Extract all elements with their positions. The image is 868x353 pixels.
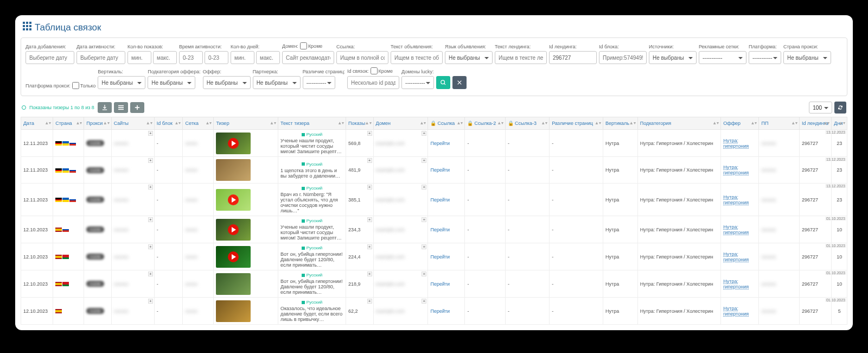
filter-select[interactable]: Не выбраны [253,76,301,89]
column-header[interactable]: Домен▲▾ [373,117,428,130]
column-header[interactable]: Страна▲▾ [53,117,84,130]
expand-icon[interactable]: + [148,217,153,222]
expand-icon[interactable]: + [367,131,372,136]
expand-icon[interactable]: + [422,244,426,249]
expand-icon[interactable]: + [148,158,153,163]
link-go[interactable]: Перейти [430,308,450,314]
expand-icon[interactable]: + [367,272,372,276]
filter-input[interactable] [391,51,443,64]
offer-link[interactable]: Нутра: гипертония [723,306,749,317]
column-header[interactable]: Прокси▲▾ [84,117,111,130]
teaser-thumbnail[interactable] [216,246,251,268]
teaser-thumbnail[interactable] [216,159,251,181]
filter-input[interactable] [495,51,547,64]
offer-link[interactable]: Нутра: гипертония [723,138,749,149]
expand-icon[interactable]: + [148,185,153,190]
filter-select[interactable]: Не выбраны [148,76,195,89]
download-button[interactable] [98,102,112,113]
offer-link[interactable]: Нутра: гипертония [723,251,749,262]
refresh-button[interactable] [834,102,846,114]
expand-icon[interactable]: + [367,299,372,304]
link-go[interactable]: Перейти [430,141,450,146]
filter-input[interactable] [336,51,388,64]
filter-input[interactable] [599,51,647,64]
filter-input[interactable] [256,51,280,64]
column-header[interactable]: Текст тизера▲▾ [278,117,346,130]
column-header[interactable]: Дни▲▾ [832,117,847,130]
expand-icon[interactable]: + [367,244,372,249]
expand-icon[interactable]: + [148,299,153,304]
cell-diff: - [550,298,603,325]
teaser-thumbnail[interactable] [216,300,251,322]
column-header[interactable]: Подкатегория▲▾ [637,117,721,130]
filter-input[interactable] [153,51,177,64]
per-page-select[interactable]: 100 [809,102,832,114]
column-header[interactable]: Дата▲▾ [21,117,53,130]
teaser-thumbnail[interactable] [216,219,251,241]
expand-icon[interactable]: + [367,217,372,222]
column-header[interactable]: ПП▲▾ [759,117,800,130]
expand-icon[interactable]: + [422,299,426,304]
expand-icon[interactable]: + [422,131,426,136]
filter-input[interactable] [282,51,334,64]
expand-icon[interactable]: + [148,272,153,276]
filter-input[interactable] [549,51,597,64]
add-button[interactable] [130,102,144,113]
clear-button[interactable] [452,76,467,89]
column-header[interactable]: Тизер▲▾ [214,117,278,130]
search-button[interactable] [436,76,450,89]
column-header[interactable]: Вертикаль▲▾ [603,117,638,130]
filter-select[interactable]: Не выбраны [203,76,251,89]
column-header[interactable]: Id блок▲▾ [154,117,183,130]
link-go[interactable]: Перейти [430,254,450,260]
expand-icon[interactable]: + [422,272,426,276]
filter-checkbox[interactable] [371,67,378,74]
expand-icon[interactable]: + [367,158,372,163]
filter-input[interactable] [127,51,151,64]
column-header[interactable]: 🔒Ссылка-2▲▾ [465,117,506,130]
offer-link[interactable]: Нутра: гипертония [723,194,749,205]
expand-icon[interactable]: + [422,158,426,163]
expand-icon[interactable]: + [422,217,426,222]
filter-select[interactable]: ----------- [749,51,781,64]
filter-input[interactable] [76,51,125,64]
filter-select[interactable]: ----------- [699,51,746,64]
filter-select[interactable]: ----------- [303,76,335,89]
filter-input[interactable] [231,51,254,64]
offer-link[interactable]: Нутра: гипертония [723,279,749,289]
filter-input[interactable] [205,51,228,64]
column-header[interactable]: 🔒Ссылка-3▲▾ [506,117,550,130]
column-header[interactable]: Сайты▲▾ [111,117,154,130]
link-go[interactable]: Перейти [430,197,450,203]
column-header[interactable]: Id лендинга▲▾ [800,117,832,130]
filter-select[interactable]: Не выбраны [649,51,697,64]
teaser-thumbnail[interactable] [216,189,251,211]
sort-icon: ▲▾ [337,121,344,125]
column-header[interactable]: Оффер▲▾ [721,117,759,130]
list-view-button[interactable] [114,102,128,113]
filter-input[interactable] [25,51,74,64]
filter-select[interactable]: Не выбраны [445,51,493,64]
expand-icon[interactable]: + [148,244,153,249]
link-go[interactable]: Перейти [430,281,450,287]
teaser-thumbnail[interactable] [216,273,251,295]
filter-input[interactable] [347,76,399,89]
filter-checkbox[interactable] [72,82,79,89]
filter-checkbox[interactable] [300,42,307,49]
offer-link[interactable]: Нутра: гипертония [723,224,749,235]
column-header[interactable]: Показы▲▾ [346,117,373,130]
filter-select[interactable]: Не выбраны [783,51,831,64]
teaser-thumbnail[interactable] [216,133,251,154]
filter-input[interactable] [179,51,203,64]
filter-select[interactable]: Не выбраны [98,76,145,89]
offer-link[interactable]: Нутра: гипертония [723,165,749,175]
expand-icon[interactable]: + [148,131,153,136]
filter-select[interactable]: ----------- [401,76,434,89]
expand-icon[interactable]: + [367,185,372,190]
column-header[interactable]: 🔒Ссылка▲▾ [428,117,465,130]
link-go[interactable]: Перейти [430,167,450,173]
expand-icon[interactable]: + [422,185,426,190]
column-header[interactable]: Сетка▲▾ [183,117,214,130]
column-header[interactable]: Различие страниц▲▾ [550,117,603,130]
link-go[interactable]: Перейти [430,227,450,232]
